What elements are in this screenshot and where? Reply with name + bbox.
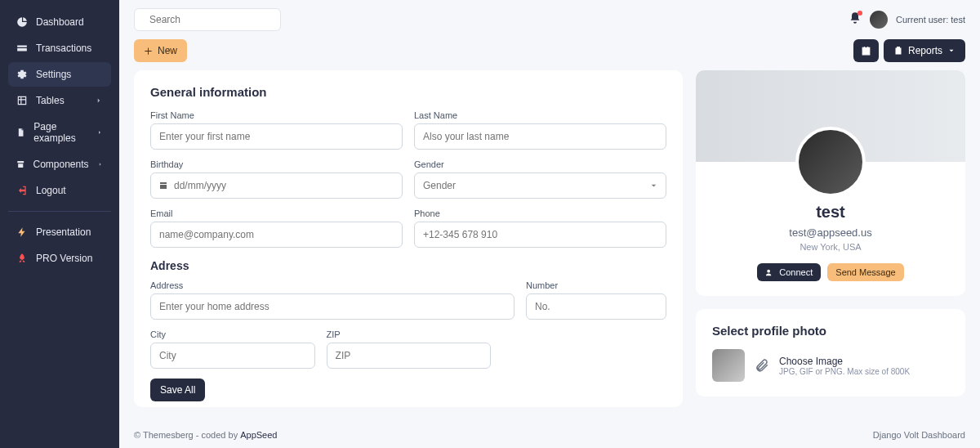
city-input[interactable]: [150, 343, 315, 369]
send-message-button[interactable]: Send Message: [827, 263, 903, 281]
footer-link[interactable]: AppSeed: [240, 430, 277, 440]
chevron-right-icon: [95, 96, 103, 105]
sidebar-item-settings[interactable]: Settings: [8, 62, 111, 87]
sidebar-item-components[interactable]: Components: [8, 152, 111, 177]
page-icon: [16, 127, 25, 138]
save-all-button[interactable]: Save All: [150, 379, 205, 401]
form-card: General information First Name Last Name…: [134, 70, 683, 407]
chevron-right-icon: [97, 160, 103, 168]
actionbar: New Reports: [119, 39, 980, 70]
archive-icon: [16, 159, 24, 170]
side-column: test test@appseed.us New York, USA Conne…: [696, 70, 965, 407]
gear-icon: [16, 69, 28, 80]
sidebar-item-dashboard[interactable]: Dashboard: [8, 10, 111, 34]
footer-right[interactable]: Django Volt Dashboard: [873, 430, 965, 440]
clipboard-icon: [893, 46, 903, 56]
sidebar-item-presentation[interactable]: Presentation: [8, 220, 111, 244]
sidebar-item-transactions[interactable]: Transactions: [8, 36, 111, 60]
upload-card: Select profile photo Choose Image JPG, G…: [696, 309, 965, 396]
gender-select[interactable]: [414, 172, 666, 199]
profile-cover: [696, 70, 965, 162]
sidebar-item-label: Presentation: [36, 226, 91, 238]
phone-input[interactable]: [414, 222, 666, 248]
profile-email: test@appseed.us: [710, 226, 951, 239]
section-title-address: Adress: [150, 259, 666, 272]
sidebar: Dashboard Transactions Settings Tables P…: [0, 0, 119, 448]
user-plus-icon: [765, 268, 774, 277]
address-label: Address: [150, 280, 514, 290]
profile-location: New York, USA: [710, 242, 951, 252]
sidebar-item-label: Components: [33, 159, 88, 170]
logout-icon: [16, 185, 28, 196]
last-name-input[interactable]: [414, 123, 666, 150]
number-input[interactable]: [526, 293, 666, 320]
sidebar-item-label: Logout: [36, 185, 66, 196]
avatar[interactable]: [870, 11, 888, 29]
email-input[interactable]: [150, 222, 403, 248]
sidebar-divider: [8, 211, 111, 212]
search-wrap: [134, 8, 281, 31]
avatar-large: [795, 127, 866, 197]
topbar: Current user: test: [119, 0, 980, 39]
sidebar-item-pro[interactable]: PRO Version: [8, 246, 111, 271]
footer-left: © Themesberg - coded by AppSeed: [134, 430, 277, 440]
pie-icon: [16, 16, 28, 28]
reports-button[interactable]: Reports: [884, 39, 965, 62]
first-name-label: First Name: [150, 110, 403, 120]
new-button[interactable]: New: [134, 39, 187, 62]
svg-point-2: [768, 269, 771, 272]
profile-card: test test@appseed.us New York, USA Conne…: [696, 70, 965, 296]
table-icon: [16, 95, 28, 106]
card-icon: [16, 43, 28, 54]
sidebar-item-label: Page examples: [33, 121, 88, 144]
zip-input[interactable]: [327, 343, 492, 369]
sidebar-item-logout[interactable]: Logout: [8, 178, 111, 203]
button-label: New: [158, 45, 177, 56]
button-label: Reports: [908, 45, 942, 56]
upload-hint: JPG, GIF or PNG. Max size of 800K: [779, 367, 910, 376]
last-name-label: Last Name: [414, 110, 666, 120]
photo-thumbnail: [712, 349, 745, 382]
content: General information First Name Last Name…: [119, 70, 980, 422]
notification-dot: [858, 11, 862, 16]
first-name-input[interactable]: [150, 123, 403, 150]
zip-label: ZIP: [327, 329, 492, 339]
profile-name: test: [710, 203, 951, 222]
calendar-icon: [861, 46, 871, 56]
sidebar-item-page-examples[interactable]: Page examples: [8, 114, 111, 150]
connect-button[interactable]: Connect: [757, 263, 821, 281]
upload-title: Select profile photo: [712, 324, 949, 338]
current-user-label: Current user: test: [896, 15, 965, 25]
phone-label: Phone: [414, 208, 666, 218]
email-label: Email: [150, 208, 403, 218]
sidebar-item-label: Transactions: [36, 43, 91, 54]
gender-label: Gender: [414, 159, 666, 169]
address-input[interactable]: [150, 293, 514, 320]
main: Current user: test New Reports General i…: [119, 0, 980, 448]
city-label: City: [150, 329, 315, 339]
paperclip-icon[interactable]: [755, 358, 769, 373]
rocket-icon: [16, 253, 28, 264]
sidebar-item-label: Dashboard: [36, 16, 84, 28]
birthday-input[interactable]: [150, 172, 403, 199]
sidebar-item-label: Settings: [36, 69, 71, 80]
chevron-down-icon: [947, 47, 956, 55]
chevron-right-icon: [96, 128, 103, 137]
button-label: Connect: [779, 267, 813, 277]
footer: © Themesberg - coded by AppSeed Django V…: [119, 422, 980, 448]
notifications-button[interactable]: [849, 11, 862, 28]
number-label: Number: [526, 280, 666, 290]
sidebar-item-label: Tables: [36, 95, 65, 106]
birthday-label: Birthday: [150, 159, 403, 169]
sidebar-item-label: PRO Version: [36, 253, 92, 264]
plus-icon: [144, 47, 153, 56]
sidebar-item-tables[interactable]: Tables: [8, 88, 111, 113]
calendar-icon: [158, 181, 168, 190]
search-input[interactable]: [149, 14, 272, 25]
bolt-icon: [16, 226, 28, 238]
choose-image-label[interactable]: Choose Image: [779, 356, 910, 367]
section-title-general: General information: [150, 85, 666, 99]
calendar-button[interactable]: [853, 39, 879, 62]
